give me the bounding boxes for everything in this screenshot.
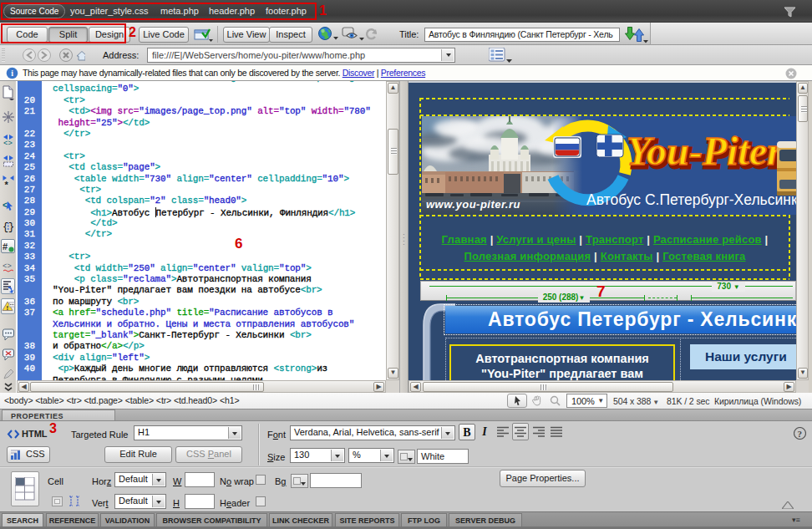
svg-text:You-Piter: You-Piter (627, 129, 784, 173)
svg-text:?: ? (798, 429, 803, 439)
svg-text:#: # (3, 242, 8, 252)
svg-text:<>: <> (3, 140, 13, 146)
svg-text:<>: <> (3, 262, 12, 271)
svg-text:*: * (5, 180, 9, 189)
svg-text:Автобус С.Петербург-Хельсинки: Автобус С.Петербург-Хельсинки (586, 191, 796, 208)
svg-text:!: ! (7, 304, 9, 312)
svg-text:}: } (8, 221, 14, 232)
svg-text:www.you-piter.ru: www.you-piter.ru (426, 198, 520, 211)
